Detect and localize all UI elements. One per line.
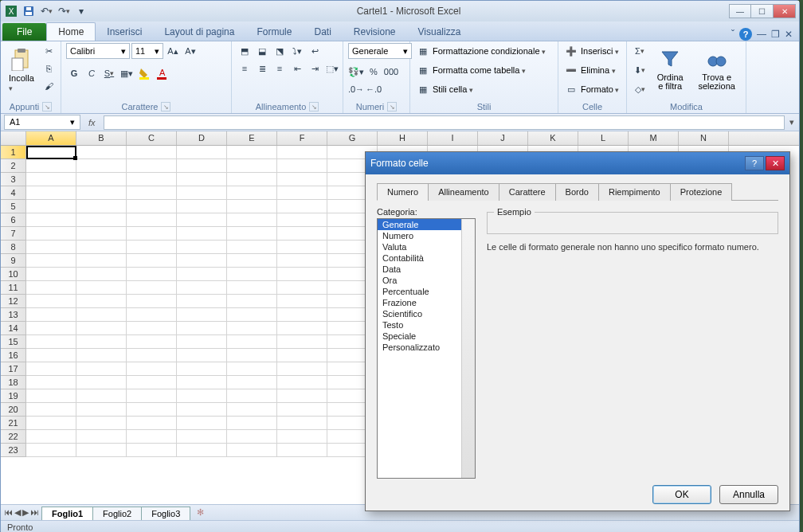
dialog-titlebar[interactable]: Formato celle ? ✕ [366,152,789,174]
ribbon-collapse-icon[interactable]: ˇ [731,29,734,40]
row-header[interactable]: 21 [1,417,26,430]
col-header[interactable]: J [478,131,528,145]
table-format-button[interactable]: Formatta come tabella [433,65,526,75]
tab-dati[interactable]: Dati [303,23,342,41]
name-box[interactable]: A1▾ [4,115,80,130]
row-header[interactable]: 18 [1,376,26,389]
workbook-restore-icon[interactable]: ❐ [771,29,780,40]
italic-button[interactable]: C [84,65,100,81]
row-header[interactable]: 8 [1,241,26,254]
underline-button[interactable]: S [101,65,117,81]
align-left-icon[interactable]: ≡ [237,61,253,76]
row-header[interactable]: 5 [1,200,26,213]
fx-icon[interactable]: fx [84,118,100,127]
clear-icon[interactable]: ◇ [632,81,648,97]
col-header[interactable]: D [177,131,227,145]
dlg-tab-carattere[interactable]: Carattere [499,183,556,201]
insert-cell-button[interactable]: Inserisci [581,46,619,56]
percent-icon[interactable]: % [366,64,382,80]
dialog-close-button[interactable]: ✕ [766,156,785,170]
list-item[interactable]: Generale [378,219,475,230]
launcher-carattere[interactable]: ↘ [161,102,170,111]
sheet-nav-prev-icon[interactable]: ◀ [14,507,21,518]
align-bottom-icon[interactable]: ⬔ [272,43,288,59]
list-item[interactable]: Numero [378,230,475,241]
sort-filter-button[interactable]: Ordina e filtra [651,43,689,94]
row-header[interactable]: 15 [1,335,26,349]
orientation-icon[interactable]: ⤵▾ [289,43,305,59]
row-header[interactable]: 17 [1,362,26,376]
close-button[interactable]: ✕ [774,4,796,18]
dlg-tab-allineamento[interactable]: Allineamento [428,183,499,201]
cut-icon[interactable]: ✂ [41,43,57,59]
tab-revisione[interactable]: Revisione [343,23,407,41]
launcher-allineamento[interactable]: ↘ [309,102,319,111]
align-top-icon[interactable]: ⬒ [237,43,253,59]
maximize-button[interactable]: ☐ [751,4,774,18]
border-button[interactable]: ▦▾ [119,65,135,81]
grow-font-icon[interactable]: A▴ [165,43,181,59]
row-header[interactable]: 3 [1,173,26,186]
col-header[interactable]: E [227,131,277,145]
formula-expand-icon[interactable]: ▾ [785,117,799,127]
list-item[interactable]: Personalizzato [378,342,475,353]
tab-inserisci[interactable]: Inserisci [96,23,153,41]
col-header[interactable]: G [327,131,378,145]
row-header[interactable]: 14 [1,322,26,335]
list-item[interactable]: Speciale [378,331,475,342]
indent-dec-icon[interactable]: ⇤ [289,61,305,76]
ok-button[interactable]: OK [652,485,711,504]
shrink-font-icon[interactable]: A▾ [182,43,198,59]
col-header[interactable]: F [277,131,327,145]
redo-icon[interactable]: ↷ [57,4,71,18]
paste-button[interactable]: Incolla [6,43,37,96]
row-header[interactable]: 12 [1,295,26,308]
col-header[interactable]: I [428,131,478,145]
col-header[interactable]: H [378,131,428,145]
row-header[interactable]: 7 [1,227,26,241]
bold-button[interactable]: G [66,65,82,81]
cell-styles-button[interactable]: Stili cella [433,84,473,94]
fill-icon[interactable]: ⬇ [632,62,648,78]
tab-visualizza[interactable]: Visualizza [407,23,472,41]
row-header[interactable]: 2 [1,159,26,173]
row-header[interactable]: 23 [1,444,26,457]
dialog-help-button[interactable]: ? [745,156,764,170]
qat-customize-icon[interactable]: ▾ [74,4,88,18]
category-listbox[interactable]: GeneraleNumeroValutaContabilitàDataOraPe… [377,218,476,479]
delete-cell-button[interactable]: Elimina [581,65,616,75]
comma-icon[interactable]: 000 [383,64,399,80]
autosum-icon[interactable]: Σ [632,43,648,59]
formula-input[interactable] [104,115,785,130]
list-item[interactable]: Frazione [378,297,475,308]
col-header[interactable]: N [679,131,729,145]
minimize-button[interactable]: — [729,4,751,18]
workbook-minimize-icon[interactable]: — [757,29,766,40]
row-header[interactable]: 1 [1,146,26,159]
col-header[interactable]: B [76,131,127,145]
row-header[interactable]: 22 [1,430,26,444]
format-cell-button[interactable]: Formato [581,84,619,94]
format-painter-icon[interactable]: 🖌 [41,78,57,94]
list-item[interactable]: Valuta [378,241,475,252]
select-all-corner[interactable] [1,131,26,145]
cancel-button[interactable]: Annulla [719,485,778,504]
tab-home[interactable]: Home [46,22,96,41]
help-icon[interactable]: ? [739,28,752,41]
align-center-icon[interactable]: ≣ [254,61,270,76]
wrap-text-icon[interactable]: ↩ [307,43,323,59]
sheet-nav-last-icon[interactable]: ⏭ [30,507,39,518]
currency-icon[interactable]: 💱▾ [348,64,364,80]
list-item[interactable]: Data [378,264,475,275]
find-select-button[interactable]: Trova e seleziona [692,43,741,94]
file-tab[interactable]: File [2,23,46,41]
dec-decimal-icon[interactable]: ←.0 [366,81,382,97]
fill-color-button[interactable] [136,65,152,81]
row-header[interactable]: 20 [1,403,26,417]
row-header[interactable]: 9 [1,254,26,268]
font-select[interactable]: Calibri▾ [66,43,130,59]
row-header[interactable]: 11 [1,281,26,295]
font-color-button[interactable]: A [154,65,170,81]
row-header[interactable]: 13 [1,308,26,322]
sheet-tab-2[interactable]: Foglio2 [92,507,142,520]
